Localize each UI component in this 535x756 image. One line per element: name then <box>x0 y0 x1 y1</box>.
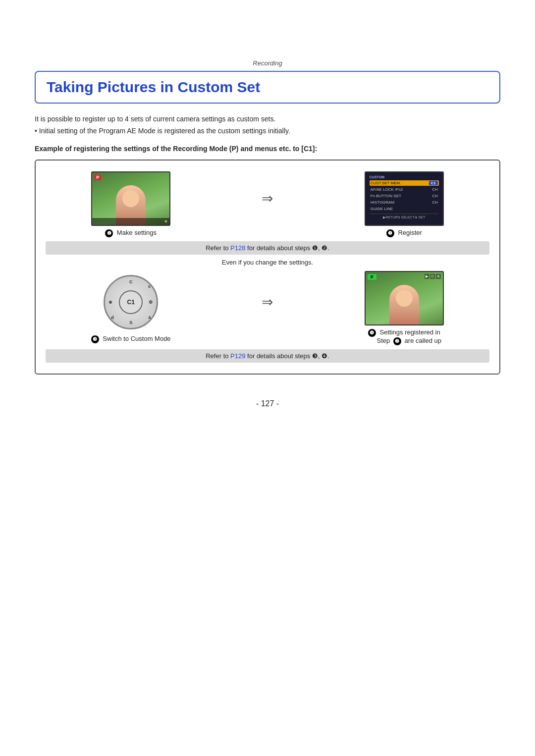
camera-screenshot-2: P ▶ ⊡ ⊕ <box>365 271 444 325</box>
page-title: Taking Pictures in Custom Set <box>47 79 488 96</box>
menu-fn-val: CH <box>432 194 438 198</box>
menu-afae-val: CH <box>432 187 438 192</box>
step4-num: ❹ <box>368 329 376 337</box>
dial-label-topright: S <box>148 284 151 289</box>
info-bar-2-before: Refer to <box>206 352 230 360</box>
dial-label-botleft: d <box>111 315 114 320</box>
menu-afae-label: AF/AE LOCK /Fn2 <box>371 187 403 192</box>
step4-text3: are called up <box>405 337 441 344</box>
dial-label-top: C <box>129 279 133 284</box>
example-label: Example of registering the settings of t… <box>35 145 500 153</box>
dial-label-botright: 4 <box>148 315 151 320</box>
step3-num: ❸ <box>91 335 99 343</box>
menu-fn-label: Fn BUTTON SET <box>371 194 401 198</box>
arrow-2: ⇒ <box>262 294 273 310</box>
dial-dot <box>109 301 112 304</box>
menu-row-cust: CUST.SET MEM. C1 <box>370 180 439 186</box>
dial-inner: C1 <box>119 290 143 314</box>
main-diagram-box: P ⊕ ❶ Make settings ⇒ CUSTOM CUST.SET ME… <box>35 160 500 375</box>
bottom-bar-1: ⊕ <box>92 218 169 225</box>
icon-top-3: ⊕ <box>436 274 441 279</box>
intro-line1: It is possible to register up to 4 sets … <box>35 113 500 124</box>
diagram-row-2: C S ⚙ 4 S d C1 ❸ Switch to Custom Mode <box>46 271 489 345</box>
camera-screenshot-1: P ⊕ <box>91 171 170 226</box>
step3-label: ❸ Switch to Custom Mode <box>91 335 171 343</box>
info-bar-1: Refer to P128 for details about steps ❶,… <box>46 241 489 255</box>
icon-top-2: ⊡ <box>430 274 435 279</box>
even-if-text: Even if you change the settings. <box>46 259 489 266</box>
info-bar-1-middle: for details about steps <box>247 244 312 252</box>
menu-screenshot-1: CUSTOM CUST.SET MEM. C1 AF/AE LOCK /Fn2 … <box>365 171 444 226</box>
menu-row-fn: Fn BUTTON SET CH <box>370 193 439 199</box>
p129-link[interactable]: P129 <box>230 352 245 360</box>
menu-bottom: ▶RETURN SELECT⊕ SET <box>370 214 439 219</box>
menu-guide-label: GUIDE LINE <box>371 207 393 211</box>
step2-num: ❷ <box>386 229 394 237</box>
info-bar-2-middle: for details about steps <box>247 352 312 360</box>
step4-ref-num: ❷ <box>393 337 401 345</box>
step3-col: C S ⚙ 4 S d C1 ❸ Switch to Custom Mode <box>86 272 175 343</box>
dial-label-bottom: S <box>129 320 132 325</box>
p128-link[interactable]: P128 <box>230 244 245 252</box>
page-number: - 127 - <box>35 399 500 408</box>
person-figure-2 <box>389 285 419 324</box>
step1-num: ❶ <box>105 229 113 237</box>
menu-header: CUSTOM <box>370 175 439 179</box>
info-bar-2-steps: ❸, ❹. <box>312 352 329 360</box>
info-bar-2: Refer to P129 for details about steps ❸,… <box>46 349 489 363</box>
diagram-row-1: P ⊕ ❶ Make settings ⇒ CUSTOM CUST.SET ME… <box>46 171 489 237</box>
title-box: Taking Pictures in Custom Set <box>35 71 500 104</box>
step4-col: P ▶ ⊡ ⊕ ❹ Settings registered in Step ❷ … <box>360 271 449 345</box>
step1-col: P ⊕ ❶ Make settings <box>86 171 175 237</box>
c1-badge: C1 <box>429 181 438 185</box>
person-head-2 <box>396 290 413 307</box>
p-badge-2: P <box>368 274 376 280</box>
step4-label: ❹ Settings registered in <box>368 328 440 337</box>
dial-center-label: C1 <box>127 299 134 306</box>
step1-label: ❶ Make settings <box>105 229 157 237</box>
p-badge-1: P <box>94 174 101 180</box>
info-bar-1-steps: ❶, ❷. <box>312 244 329 252</box>
intro-text: It is possible to register up to 4 sets … <box>35 113 500 137</box>
menu-hist-label: HISTOGRAM <box>371 200 394 205</box>
menu-row-hist: HISTOGRAM CH <box>370 200 439 205</box>
intro-line2: • Initial setting of the Program AE Mode… <box>35 125 500 136</box>
recording-label: Recording <box>35 59 500 67</box>
bottom-bar-text-1: ⊕ <box>164 219 167 223</box>
menu-hist-val: CH <box>432 200 438 205</box>
menu-row-afae: AF/AE LOCK /Fn2 CH <box>370 187 439 192</box>
dial-outer: C S ⚙ 4 S d C1 <box>104 275 158 329</box>
step4-text1: Settings registered in <box>380 328 440 336</box>
menu-cust-label: CUST.SET MEM. <box>371 181 401 185</box>
arrow-1: ⇒ <box>262 190 273 207</box>
menu-row-guide: GUIDE LINE <box>370 206 439 212</box>
step2-col: CUSTOM CUST.SET MEM. C1 AF/AE LOCK /Fn2 … <box>360 171 449 237</box>
icon-top-1: ▶ <box>425 274 429 279</box>
person-head-1 <box>122 190 139 207</box>
dial-label-right: ⚙ <box>149 300 153 305</box>
step-label2-text: Step <box>377 337 390 344</box>
dial-mockup: C S ⚙ 4 S d C1 <box>101 272 160 332</box>
step4-label-line2: Step ❷ are called up <box>367 337 441 345</box>
step2-label: ❷ Register <box>386 229 422 237</box>
icons-top-2: ▶ ⊡ ⊕ <box>425 274 441 279</box>
info-bar-1-before: Refer to <box>206 244 230 252</box>
